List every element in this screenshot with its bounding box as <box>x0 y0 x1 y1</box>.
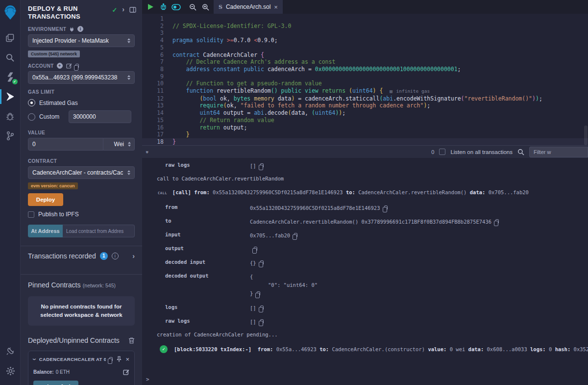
code-token: cadenceArch = <box>268 66 315 73</box>
code-line[interactable]: 11 function revertibleRandom() public vi… <box>142 87 588 95</box>
code-text: address constant public cadenceArch = 0x… <box>164 66 461 73</box>
custom-gas-radio[interactable] <box>28 113 35 121</box>
sign-message-icon[interactable] <box>66 63 72 69</box>
deploy-run-icon[interactable] <box>0 88 21 105</box>
copy-account-icon[interactable] <box>75 64 79 68</box>
edit-balance-icon[interactable] <box>123 369 129 375</box>
estimated-gas-radio[interactable] <box>28 99 35 106</box>
terminal-text: 0x352...c36e3 <box>570 346 588 352</box>
plug-icon[interactable] <box>69 26 74 32</box>
terminal-text: CadenceArchCaler.(constructor) <box>329 346 428 352</box>
trash-icon[interactable] <box>128 337 135 344</box>
code-line[interactable]: 14 uint64 output = abi.decode(data, (uin… <box>142 109 588 117</box>
terminal-value-text: CadenceArchCaler.revertibleRandom() 0x37… <box>250 219 491 225</box>
terminal-collapse-icon[interactable]: » <box>145 151 150 153</box>
code-token: address constant public <box>186 66 268 73</box>
pin-contract-icon[interactable] <box>116 356 122 362</box>
code-line[interactable]: 12 (bool ok, bytes memory data) = cadenc… <box>142 95 588 103</box>
deploy-button[interactable]: Deploy <box>28 193 63 206</box>
settings-icon[interactable] <box>0 362 21 379</box>
contract-fn-cadencearch-button[interactable]: cadenceArch <box>33 381 78 385</box>
copy-icon[interactable] <box>495 219 499 224</box>
code-line[interactable]: 6contract CadenceArchCaler { <box>142 51 588 59</box>
line-number: 13 <box>142 102 164 109</box>
search-icon[interactable] <box>0 49 21 66</box>
environment-info-icon[interactable]: i <box>77 26 83 32</box>
code-line[interactable]: 9 <box>142 73 588 80</box>
code-line[interactable]: 18} <box>142 138 588 145</box>
git-icon[interactable] <box>0 128 21 144</box>
ai-assistant-icon[interactable] <box>157 0 170 14</box>
contract-select[interactable]: CadenceArchCaler - contracts/Cac <box>28 166 135 179</box>
terminal-value-text: [] <box>250 163 256 169</box>
tab-cadencearch[interactable]: S CadenceArch.sol × <box>214 0 283 14</box>
code-line[interactable]: 8 address constant public cadenceArch = … <box>142 66 588 73</box>
publish-ipfs-checkbox[interactable] <box>28 211 34 218</box>
copy-address-icon[interactable] <box>109 357 113 361</box>
code-line[interactable]: 1 <box>142 15 588 23</box>
code-line[interactable]: 5 <box>142 44 588 51</box>
terminal-value: [] <box>250 162 264 169</box>
copy-icon[interactable] <box>260 163 264 168</box>
copy-icon[interactable] <box>257 291 260 296</box>
code-token: return <box>199 124 220 131</box>
transactions-expand-icon[interactable]: › <box>132 253 135 259</box>
listen-transactions-checkbox[interactable] <box>439 149 445 155</box>
environment-select[interactable]: Injected Provider - MetaMask <box>28 34 135 47</box>
zoom-in-icon[interactable] <box>199 0 212 14</box>
add-account-icon[interactable]: + <box>57 63 63 69</box>
line-number: 12 <box>142 95 164 103</box>
copy-icon[interactable] <box>384 205 388 210</box>
run-script-icon[interactable] <box>144 0 157 14</box>
code-line[interactable]: 16 return output; <box>142 124 588 131</box>
chevron-right-icon[interactable]: › <box>122 6 124 13</box>
copy-icon[interactable] <box>254 247 257 251</box>
solidity-compiler-icon[interactable]: ✓ <box>0 69 21 85</box>
terminal-block-row[interactable]: ✓[block:5033220 txIndex:-] from: 0x55a..… <box>142 345 588 353</box>
value-unit-select[interactable]: Wei <box>103 138 135 151</box>
zoom-out-icon[interactable] <box>186 0 199 14</box>
account-select[interactable]: 0x55a...46923 (999.9999453238 <box>28 71 135 84</box>
close-tab-icon[interactable]: × <box>274 3 278 11</box>
copy-icon[interactable] <box>260 260 264 265</box>
copy-icon[interactable] <box>260 319 264 324</box>
code-line[interactable]: 7 // Declare Cadence Arch's address as a… <box>142 58 588 66</box>
terminal-prompt[interactable]: > <box>146 376 149 383</box>
at-address-input[interactable] <box>63 225 135 237</box>
pin-panel-icon[interactable] <box>129 6 136 13</box>
transactions-info-icon[interactable]: i <box>112 253 119 259</box>
gas-estimate-icon: ▤ <box>390 89 392 94</box>
code-text: // Declare Cadence Arch's address as a c… <box>164 58 335 66</box>
debugger-icon[interactable] <box>0 108 21 125</box>
stepper-icon <box>127 170 130 175</box>
terminal-search-icon[interactable] <box>517 149 524 155</box>
plugin-manager-icon[interactable] <box>0 343 21 359</box>
at-address-button[interactable]: At Address <box>28 225 63 237</box>
code-token: memory <box>250 95 277 102</box>
value-input[interactable]: 0 <box>28 138 103 151</box>
code-line[interactable]: 2// SPDX-License-Identifier: GPL-3.0 <box>142 23 588 30</box>
terminal-json-value: {"0": "uint64: 0"} <box>250 273 318 298</box>
chevron-down-icon[interactable]: › <box>31 358 38 360</box>
code-line[interactable]: 13 require(ok, "failed to fetch a random… <box>142 102 588 109</box>
code-token: // SPDX-License-Identifier: GPL-3.0 <box>172 23 291 29</box>
terminal-filter-input[interactable] <box>529 147 588 157</box>
code-line[interactable]: 4pragma solidity >=0.7.0 <0.9.0; <box>142 37 588 44</box>
code-area[interactable]: 12// SPDX-License-Identifier: GPL-3.034p… <box>142 14 588 145</box>
copy-icon[interactable] <box>260 306 264 310</box>
terminal-header: » 0 Listen on all transactions <box>142 145 588 158</box>
file-explorer-icon[interactable] <box>0 29 21 46</box>
code-line[interactable]: 15 // Return random value <box>142 117 588 124</box>
close-contract-icon[interactable]: × <box>125 356 129 363</box>
custom-gas-input[interactable]: 3000000 <box>69 110 131 123</box>
code-line[interactable]: 3 <box>142 29 588 37</box>
code-text: (bool ok, bytes memory data) = cadenceAr… <box>164 95 542 103</box>
copilot-toggle-icon[interactable] <box>170 0 182 14</box>
copy-icon[interactable] <box>294 233 297 237</box>
terminal[interactable]: raw logs[]call to CadenceArchCaler.rever… <box>142 158 588 385</box>
terminal-call-row[interactable]: call[call] from: 0x55a1320D432759960C5Df… <box>142 189 588 197</box>
publish-ipfs-label: Publish to IPFS <box>38 211 79 218</box>
editor-scrollbar[interactable] <box>584 126 588 145</box>
code-line[interactable]: 17 } <box>142 131 588 138</box>
code-line[interactable]: 10 // Function to get a pseudo-random va… <box>142 80 588 87</box>
